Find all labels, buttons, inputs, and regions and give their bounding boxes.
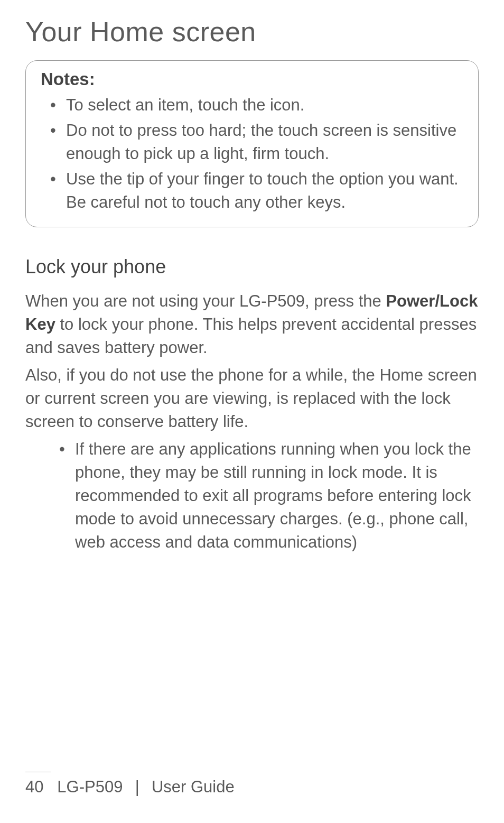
- footer-separator: |: [135, 778, 139, 796]
- paragraph: Also, if you do not use the phone for a …: [25, 364, 479, 433]
- notes-heading: Notes:: [41, 69, 463, 89]
- notes-list: To select an item, touch the icon. Do no…: [41, 94, 463, 214]
- notes-item: Do not to press too hard; the touch scre…: [66, 119, 463, 165]
- product-name: LG-P509: [57, 778, 123, 796]
- page-title: Your Home screen: [25, 16, 479, 48]
- text-run: When you are not using your LG-P509, pre…: [25, 292, 386, 310]
- body-list: If there are any applications running wh…: [25, 438, 479, 554]
- page-footer: 40 LG-P509 | User Guide: [25, 772, 479, 797]
- notes-item: Use the tip of your finger to touch the …: [66, 168, 463, 214]
- notes-item: To select an item, touch the icon.: [66, 94, 463, 117]
- section-heading: Lock your phone: [25, 256, 479, 278]
- footer-text: 40 LG-P509 | User Guide: [25, 778, 479, 797]
- doc-label: User Guide: [152, 778, 235, 796]
- paragraph: When you are not using your LG-P509, pre…: [25, 290, 479, 359]
- text-run: to lock your phone. This helps prevent a…: [25, 315, 477, 357]
- body-list-item: If there are any applications running wh…: [75, 438, 479, 554]
- notes-box: Notes: To select an item, touch the icon…: [25, 60, 479, 227]
- footer-rule: [25, 772, 51, 773]
- page-number: 40: [25, 778, 43, 796]
